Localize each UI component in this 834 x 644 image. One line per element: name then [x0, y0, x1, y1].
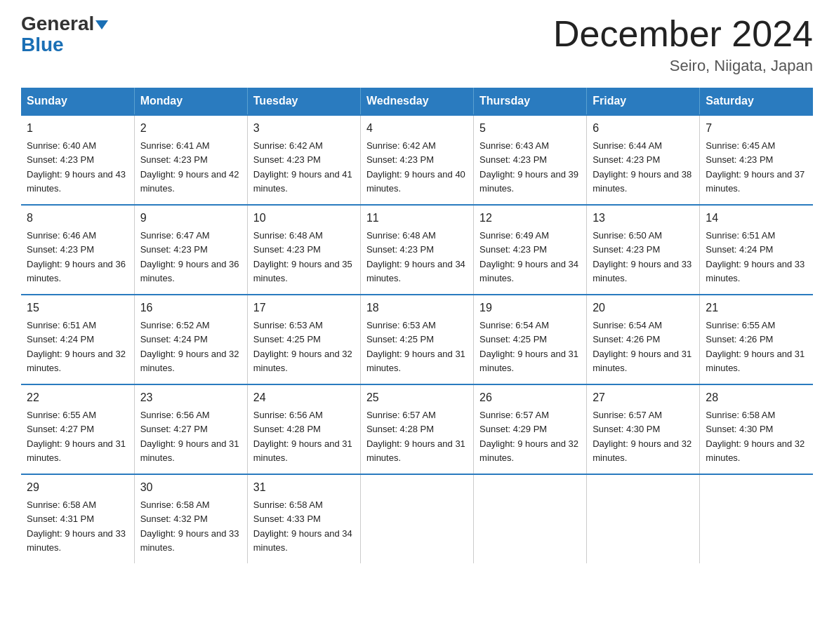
page-header: General Blue December 2024 Seiro, Niigat…: [21, 14, 813, 75]
day-info: Sunrise: 6:55 AMSunset: 4:26 PMDaylight:…: [706, 320, 805, 373]
day-info: Sunrise: 6:54 AMSunset: 4:25 PMDaylight:…: [479, 320, 578, 373]
calendar-cell: 9 Sunrise: 6:47 AMSunset: 4:23 PMDayligh…: [134, 205, 247, 295]
day-number: 17: [253, 300, 355, 316]
col-header-monday: Monday: [134, 88, 247, 115]
logo: General Blue: [21, 14, 108, 55]
day-number: 21: [706, 300, 807, 316]
calendar-cell: 10 Sunrise: 6:48 AMSunset: 4:23 PMDaylig…: [247, 205, 360, 295]
calendar-cell: 13 Sunrise: 6:50 AMSunset: 4:23 PMDaylig…: [587, 205, 700, 295]
calendar-cell: 3 Sunrise: 6:42 AMSunset: 4:23 PMDayligh…: [247, 115, 360, 205]
calendar-subtitle: Seiro, Niigata, Japan: [553, 57, 813, 75]
day-number: 26: [479, 389, 581, 406]
calendar-cell: 7 Sunrise: 6:45 AMSunset: 4:23 PMDayligh…: [700, 115, 813, 205]
calendar-cell: 5 Sunrise: 6:43 AMSunset: 4:23 PMDayligh…: [474, 115, 587, 205]
day-info: Sunrise: 6:58 AMSunset: 4:32 PMDaylight:…: [140, 499, 239, 553]
calendar-cell: 27 Sunrise: 6:57 AMSunset: 4:30 PMDaylig…: [587, 384, 700, 474]
day-info: Sunrise: 6:46 AMSunset: 4:23 PMDaylight:…: [27, 230, 126, 283]
calendar-body: 1 Sunrise: 6:40 AMSunset: 4:23 PMDayligh…: [21, 115, 813, 563]
logo-general: General: [21, 14, 108, 34]
calendar-cell: 21 Sunrise: 6:55 AMSunset: 4:26 PMDaylig…: [700, 295, 813, 384]
calendar-cell: 4 Sunrise: 6:42 AMSunset: 4:23 PMDayligh…: [360, 115, 473, 205]
day-info: Sunrise: 6:48 AMSunset: 4:23 PMDaylight:…: [253, 230, 352, 283]
calendar-week-3: 15 Sunrise: 6:51 AMSunset: 4:24 PMDaylig…: [21, 295, 813, 384]
calendar-cell: 8 Sunrise: 6:46 AMSunset: 4:23 PMDayligh…: [21, 205, 134, 295]
calendar-cell: [360, 474, 473, 563]
day-info: Sunrise: 6:56 AMSunset: 4:28 PMDaylight:…: [253, 410, 352, 463]
day-info: Sunrise: 6:57 AMSunset: 4:28 PMDaylight:…: [366, 410, 465, 463]
calendar-week-1: 1 Sunrise: 6:40 AMSunset: 4:23 PMDayligh…: [21, 115, 813, 205]
day-info: Sunrise: 6:50 AMSunset: 4:23 PMDaylight:…: [593, 230, 691, 283]
col-header-friday: Friday: [587, 88, 700, 115]
day-number: 14: [706, 210, 807, 227]
col-header-sunday: Sunday: [21, 88, 134, 115]
day-number: 27: [593, 389, 694, 406]
day-info: Sunrise: 6:53 AMSunset: 4:25 PMDaylight:…: [253, 320, 352, 373]
col-header-saturday: Saturday: [700, 88, 813, 115]
day-number: 1: [27, 120, 128, 137]
calendar-cell: 25 Sunrise: 6:57 AMSunset: 4:28 PMDaylig…: [360, 384, 473, 474]
day-info: Sunrise: 6:54 AMSunset: 4:26 PMDaylight:…: [593, 320, 691, 373]
day-number: 20: [593, 300, 694, 316]
calendar-title: December 2024: [553, 14, 813, 54]
col-header-wednesday: Wednesday: [360, 88, 473, 115]
calendar-cell: 16 Sunrise: 6:52 AMSunset: 4:24 PMDaylig…: [134, 295, 247, 384]
calendar-cell: [474, 474, 587, 563]
day-number: 12: [479, 210, 581, 227]
day-number: 30: [140, 479, 241, 496]
calendar-cell: 19 Sunrise: 6:54 AMSunset: 4:25 PMDaylig…: [474, 295, 587, 384]
calendar-cell: 6 Sunrise: 6:44 AMSunset: 4:23 PMDayligh…: [587, 115, 700, 205]
day-number: 16: [140, 300, 241, 316]
calendar-cell: 1 Sunrise: 6:40 AMSunset: 4:23 PMDayligh…: [21, 115, 134, 205]
day-info: Sunrise: 6:40 AMSunset: 4:23 PMDaylight:…: [27, 140, 126, 194]
day-number: 3: [253, 120, 355, 137]
day-info: Sunrise: 6:43 AMSunset: 4:23 PMDaylight:…: [479, 140, 578, 194]
day-info: Sunrise: 6:51 AMSunset: 4:24 PMDaylight:…: [27, 320, 126, 373]
day-info: Sunrise: 6:55 AMSunset: 4:27 PMDaylight:…: [27, 410, 126, 463]
logo-blue: Blue: [21, 35, 64, 55]
calendar-cell: 23 Sunrise: 6:56 AMSunset: 4:27 PMDaylig…: [134, 384, 247, 474]
calendar-cell: [587, 474, 700, 563]
day-number: 29: [27, 479, 128, 496]
day-info: Sunrise: 6:58 AMSunset: 4:31 PMDaylight:…: [27, 499, 126, 553]
calendar-cell: 12 Sunrise: 6:49 AMSunset: 4:23 PMDaylig…: [474, 205, 587, 295]
calendar-table: SundayMondayTuesdayWednesdayThursdayFrid…: [21, 88, 813, 563]
day-info: Sunrise: 6:47 AMSunset: 4:23 PMDaylight:…: [140, 230, 239, 283]
day-info: Sunrise: 6:53 AMSunset: 4:25 PMDaylight:…: [366, 320, 465, 373]
calendar-cell: 22 Sunrise: 6:55 AMSunset: 4:27 PMDaylig…: [21, 384, 134, 474]
calendar-cell: 24 Sunrise: 6:56 AMSunset: 4:28 PMDaylig…: [247, 384, 360, 474]
calendar-cell: [700, 474, 813, 563]
calendar-cell: 17 Sunrise: 6:53 AMSunset: 4:25 PMDaylig…: [247, 295, 360, 384]
day-number: 8: [27, 210, 128, 227]
day-number: 6: [593, 120, 694, 137]
calendar-cell: 2 Sunrise: 6:41 AMSunset: 4:23 PMDayligh…: [134, 115, 247, 205]
day-info: Sunrise: 6:57 AMSunset: 4:29 PMDaylight:…: [479, 410, 578, 463]
calendar-cell: 29 Sunrise: 6:58 AMSunset: 4:31 PMDaylig…: [21, 474, 134, 563]
day-number: 19: [479, 300, 581, 316]
day-number: 31: [253, 479, 355, 496]
day-info: Sunrise: 6:56 AMSunset: 4:27 PMDaylight:…: [140, 410, 239, 463]
day-number: 13: [593, 210, 694, 227]
calendar-week-4: 22 Sunrise: 6:55 AMSunset: 4:27 PMDaylig…: [21, 384, 813, 474]
calendar-week-5: 29 Sunrise: 6:58 AMSunset: 4:31 PMDaylig…: [21, 474, 813, 563]
day-number: 23: [140, 389, 241, 406]
day-number: 24: [253, 389, 355, 406]
day-number: 25: [366, 389, 468, 406]
day-info: Sunrise: 6:58 AMSunset: 4:33 PMDaylight:…: [253, 499, 352, 553]
col-header-thursday: Thursday: [474, 88, 587, 115]
day-number: 9: [140, 210, 241, 227]
day-info: Sunrise: 6:45 AMSunset: 4:23 PMDaylight:…: [706, 140, 805, 194]
calendar-cell: 20 Sunrise: 6:54 AMSunset: 4:26 PMDaylig…: [587, 295, 700, 384]
day-number: 11: [366, 210, 468, 227]
day-number: 18: [366, 300, 468, 316]
calendar-cell: 11 Sunrise: 6:48 AMSunset: 4:23 PMDaylig…: [360, 205, 473, 295]
day-info: Sunrise: 6:49 AMSunset: 4:23 PMDaylight:…: [479, 230, 578, 283]
calendar-cell: 14 Sunrise: 6:51 AMSunset: 4:24 PMDaylig…: [700, 205, 813, 295]
day-info: Sunrise: 6:42 AMSunset: 4:23 PMDaylight:…: [253, 140, 352, 194]
day-number: 10: [253, 210, 355, 227]
day-info: Sunrise: 6:42 AMSunset: 4:23 PMDaylight:…: [366, 140, 465, 194]
calendar-cell: 31 Sunrise: 6:58 AMSunset: 4:33 PMDaylig…: [247, 474, 360, 563]
day-number: 5: [479, 120, 581, 137]
calendar-week-2: 8 Sunrise: 6:46 AMSunset: 4:23 PMDayligh…: [21, 205, 813, 295]
day-info: Sunrise: 6:51 AMSunset: 4:24 PMDaylight:…: [706, 230, 805, 283]
day-number: 28: [706, 389, 807, 406]
